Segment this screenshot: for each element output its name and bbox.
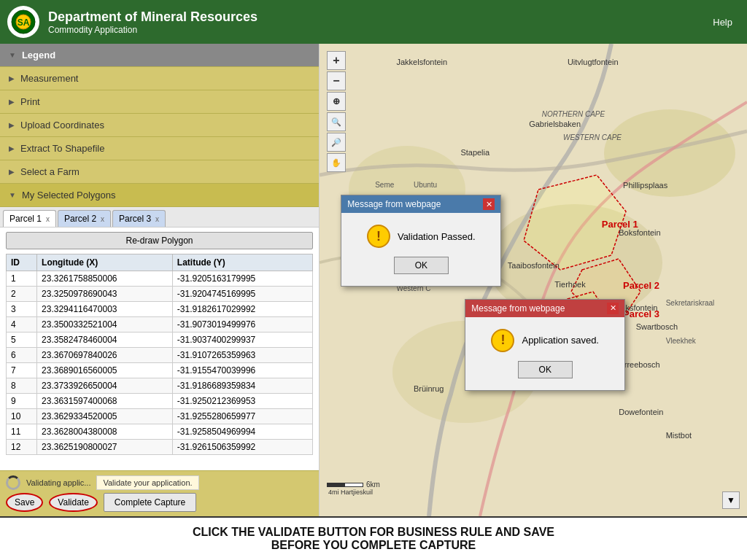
zoom-out-button[interactable]: − [327,71,346,90]
redraw-polygon-button[interactable]: Re-draw Polygon [6,232,313,249]
dialog1-ok-button[interactable]: OK [394,257,449,274]
app-header: SA Department of Mineral Resources Commo… [0,0,747,44]
instruction-line2: BEFORE YOU COMPLETE CAPTURE [193,539,554,552]
bottom-actions: Validating applic... Validate your appli… [0,470,319,516]
dialog1-message: Validation Passed. [398,231,476,242]
table-row: 823.3733926650004-31.9186689359834 [7,378,313,394]
help-button[interactable]: Help [713,17,732,28]
map-parcel-label-2: Parcel 2 [623,280,659,291]
tab-close-1[interactable]: x [46,215,50,223]
table-row: 323.3294116470003-31.9182617029992 [7,302,313,317]
extract-arrow: ▶ [9,144,15,152]
table-row: 1023.3629334520005-31.9255280659977 [7,409,313,424]
farm-label: Select a Farm [20,166,80,177]
place-uitvlugtfontein: Uitvlugtfontein [568,58,619,66]
place-swartbosch: Swartbosch [636,322,678,331]
app-title-main: Department of Mineral Resources [48,9,713,25]
measurement-label: Measurement [20,73,78,84]
polygons-label: My Selected Polygons [22,190,116,201]
dialog1-body: ! Validation Passed. OK [341,213,500,286]
sidebar: ▼ Legend ▶ Measurement ▶ Print ▶ Upload … [0,44,320,516]
validation-spinner [6,475,20,490]
parcel-tab-1[interactable]: Parcel 1 x [3,210,56,227]
place-gabrielsbaken: Gabrielsbaken [529,120,581,128]
table-row: 923.3631597400068-31.9250212369953 [7,394,313,409]
dialog-application-saved: Message from webpage ✕ ! Application sav… [465,299,625,391]
map-parcel-label-1: Parcel 1 [602,219,638,230]
dialog2-ok-button[interactable]: OK [518,361,573,378]
sidebar-item-print[interactable]: ▶ Print [0,90,319,114]
table-row: 423.3500332521004-31.9073019499976 [7,317,313,332]
table-row: 723.3689016560005-31.9155470039996 [7,363,313,378]
svg-point-6 [604,109,735,197]
table-row: 523.3582478460004-31.9037400299937 [7,332,313,348]
validate-tooltip: Validate your application. [96,475,198,490]
table-row: 123.3261758850006-31.9205163179995 [7,271,313,287]
col-header-id: ID [7,254,37,271]
dialog1-title: Message from webpage [347,199,441,209]
upload-arrow: ▶ [9,121,15,129]
complete-capture-button[interactable]: Complete Capture [104,493,196,512]
place-stapelia: Stapelia [460,148,489,157]
place-tierhoek: Tierhoek [554,280,585,289]
sidebar-legend[interactable]: ▼ Legend [0,44,319,67]
print-label: Print [20,96,40,107]
sidebar-item-upload-coordinates[interactable]: ▶ Upload Coordinates [0,114,319,137]
place-western-cape: WESTERN CAPE [563,133,622,141]
measurement-arrow: ▶ [9,74,15,82]
svg-marker-8 [524,175,626,270]
legend-arrow: ▼ [9,51,16,59]
dialog2-titlebar: Message from webpage ✕ [465,300,624,317]
table-row: 223.3250978690043-31.9204745169995 [7,287,313,302]
instruction-text: CLICK THE VALIDATE BUTTON FOR BUSINESS R… [193,526,554,552]
table-row: 623.3670697840026-31.9107265359963 [7,348,313,363]
instruction-bar: CLICK THE VALIDATE BUTTON FOR BUSINESS R… [0,516,747,560]
coord-table-body: 123.3261758850006-31.9205163179995223.32… [7,271,313,455]
place-northern-cape: NORTHERN CAPE [542,110,605,118]
zoom-out2-button[interactable]: 🔎 [327,133,346,152]
parcel-tab-2[interactable]: Parcel 2 x [58,210,111,227]
validation-status: Validating applic... [26,478,90,487]
upload-label: Upload Coordinates [20,120,104,131]
dialog1-message-row: ! Validation Passed. [367,225,476,248]
place-bruinrug: Brüinrug [414,384,444,393]
map-navigate-button[interactable]: ▼ [722,491,740,509]
extract-label: Extract To Shapefile [20,143,104,154]
sidebar-item-measurement[interactable]: ▶ Measurement [0,67,319,90]
place-mistbot: Mistbot [666,431,692,440]
zoom-in-button[interactable]: + [327,51,346,70]
instruction-line1: CLICK THE VALIDATE BUTTON FOR BUSINESS R… [193,526,554,539]
dialog2-close-button[interactable]: ✕ [607,303,619,314]
dialog-validation-passed: Message from webpage ✕ ! Validation Pass… [341,195,501,287]
place-vleekhek: Vleekhek [666,337,696,345]
table-row: 1123.3628004380008-31.9258504969994 [7,424,313,440]
sidebar-item-extract-shapefile[interactable]: ▶ Extract To Shapefile [0,137,319,160]
print-arrow: ▶ [9,98,15,106]
legend-label: Legend [22,50,55,61]
pan-button[interactable]: ✋ [327,153,346,172]
zoom-extent-button[interactable]: ⊕ [327,92,346,111]
place-taaibosfontein: Taaibosfontein [508,261,560,270]
dialog2-message-row: ! Application saved. [491,329,599,352]
table-row: 1223.3625190800027-31.9261506359992 [7,440,313,455]
app-logo: SA [7,6,39,38]
place-seme: Seme [375,181,394,189]
tab-close-2[interactable]: x [101,215,104,223]
dialog1-close-button[interactable]: ✕ [483,198,495,210]
tab-close-3[interactable]: x [155,215,159,223]
map-controls: + − ⊕ 🔍 🔎 ✋ [327,51,346,172]
zoom-in2-button[interactable]: 🔍 [327,112,346,131]
validate-button[interactable]: Validate [49,493,97,512]
dialog2-message: Application saved. [522,335,599,346]
action-buttons-row: Save Validate Complete Capture [6,493,313,512]
dialog2-title: Message from webpage [471,303,565,314]
parcel-tabs: Parcel 1 x Parcel 2 x Parcel 3 x [0,207,319,228]
place-boksfontein: Boksfontein [619,228,660,237]
place-dowefontein: Dowefontein [619,408,663,416]
sidebar-item-selected-polygons[interactable]: ▼ My Selected Polygons [0,184,319,207]
map-area[interactable]: Jakkelsfontein Uitvlugtfontein NORTHERN … [320,44,747,516]
parcel-tab-3[interactable]: Parcel 3 x [112,210,166,227]
save-button[interactable]: Save [6,493,43,512]
sidebar-item-select-farm[interactable]: ▶ Select a Farm [0,160,319,184]
svg-text:SA: SA [18,18,30,28]
